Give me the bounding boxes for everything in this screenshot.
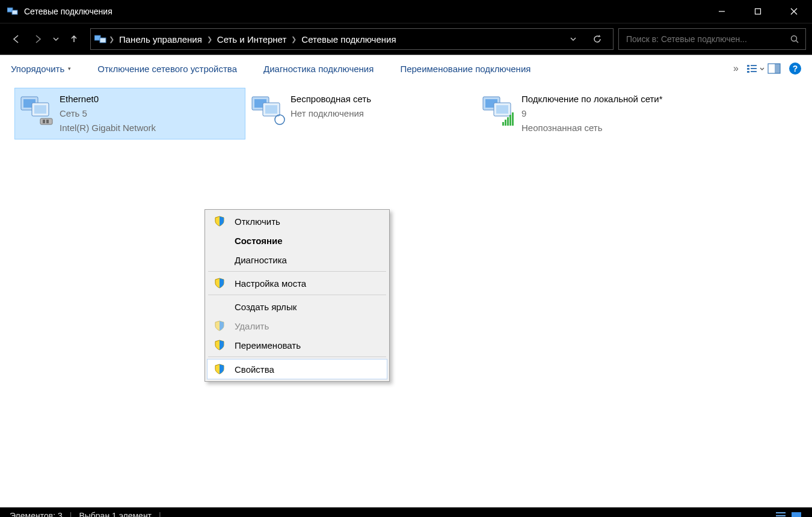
- back-button[interactable]: [6, 29, 26, 49]
- address-bar[interactable]: ❯ Панель управления ❯ Сеть и Интернет ❯ …: [90, 28, 614, 50]
- ctx-properties[interactable]: Свойства: [207, 359, 387, 379]
- separator: [208, 295, 386, 295]
- svg-rect-12: [747, 71, 749, 73]
- svg-rect-34: [502, 122, 504, 126]
- ctx-delete: Удалить: [207, 316, 387, 335]
- command-bar: Упорядочить▾ Отключение сетевого устройс…: [0, 55, 812, 82]
- shield-icon: [213, 320, 226, 332]
- recent-locations-button[interactable]: [49, 29, 63, 49]
- svg-rect-21: [34, 105, 46, 114]
- item-status: 9: [521, 106, 663, 121]
- items-count: Элементов: 3: [10, 511, 63, 517]
- svg-line-9: [796, 40, 799, 43]
- ctx-status[interactable]: Состояние: [207, 231, 387, 250]
- breadcrumb-item[interactable]: Сетевые подключения: [298, 34, 399, 44]
- network-item-ethernet0[interactable]: Ethernet0 Сеть 5 Intel(R) Gigabit Networ…: [14, 88, 245, 139]
- chevron-right-icon: ❯: [290, 35, 298, 43]
- shield-icon: [213, 215, 226, 227]
- rename-connection-button[interactable]: Переименование подключения: [400, 64, 531, 74]
- search-box[interactable]: [618, 28, 806, 50]
- svg-rect-17: [775, 64, 780, 73]
- network-item-wireless[interactable]: Беспроводная сеть Нет подключения: [245, 88, 476, 139]
- ctx-rename[interactable]: Переименовать: [207, 335, 387, 355]
- svg-point-8: [792, 35, 797, 41]
- svg-rect-3: [755, 9, 761, 14]
- network-adapter-icon: [19, 92, 57, 127]
- large-icons-view-button[interactable]: [790, 511, 802, 517]
- ctx-bridge[interactable]: Настройка моста: [207, 274, 387, 293]
- separator: [208, 356, 386, 357]
- content-area: Ethernet0 Сеть 5 Intel(R) Gigabit Networ…: [0, 82, 812, 507]
- item-name: Беспроводная сеть: [291, 92, 371, 106]
- up-button[interactable]: [64, 29, 84, 49]
- details-view-button[interactable]: [775, 511, 787, 517]
- svg-rect-1: [12, 10, 17, 14]
- network-adapter-icon: [250, 92, 288, 127]
- svg-rect-10: [747, 65, 749, 67]
- svg-rect-38: [512, 112, 514, 126]
- folder-icon: [94, 34, 108, 44]
- refresh-button[interactable]: [585, 34, 609, 44]
- svg-rect-11: [747, 68, 749, 70]
- svg-rect-42: [792, 512, 801, 517]
- titlebar: Сетевые подключения: [0, 0, 812, 23]
- minimize-button[interactable]: [704, 0, 740, 23]
- search-input[interactable]: [625, 34, 790, 44]
- chevron-right-icon: ❯: [206, 35, 214, 43]
- help-button[interactable]: ?: [789, 63, 801, 75]
- preview-pane-button[interactable]: [767, 63, 781, 74]
- navigation-bar: ❯ Панель управления ❯ Сеть и Интернет ❯ …: [0, 23, 812, 55]
- organize-button[interactable]: Упорядочить▾: [11, 64, 71, 74]
- separator: |: [70, 511, 72, 517]
- address-dropdown[interactable]: [564, 35, 583, 43]
- svg-rect-36: [507, 117, 509, 126]
- item-device: Неопознанная сеть: [521, 121, 663, 135]
- svg-rect-23: [43, 120, 45, 123]
- maximize-button[interactable]: [740, 0, 776, 23]
- diagnose-button[interactable]: Диагностика подключения: [263, 64, 374, 74]
- svg-rect-37: [509, 115, 511, 126]
- overflow-button[interactable]: »: [733, 63, 739, 74]
- svg-rect-7: [100, 38, 106, 43]
- breadcrumb-item[interactable]: Панель управления: [115, 34, 206, 44]
- svg-rect-28: [265, 105, 277, 114]
- ctx-disable[interactable]: Отключить: [207, 212, 387, 231]
- network-adapter-icon: [481, 92, 519, 127]
- forward-button[interactable]: [28, 29, 48, 49]
- svg-point-29: [275, 115, 285, 124]
- disable-device-button[interactable]: Отключение сетевого устройства: [97, 64, 237, 74]
- item-name: Ethernet0: [60, 92, 156, 106]
- breadcrumb-item[interactable]: Сеть и Интернет: [214, 34, 291, 44]
- status-bar: Элементов: 3 | Выбран 1 элемент |: [0, 507, 812, 517]
- item-status: Сеть 5: [60, 106, 156, 121]
- selection-count: Выбран 1 элемент: [79, 511, 152, 517]
- view-options-button[interactable]: [747, 64, 759, 73]
- network-item-local[interactable]: Подключение по локальной сети* 9 Неопозн…: [476, 88, 707, 139]
- svg-rect-33: [496, 105, 508, 114]
- item-name: Подключение по локальной сети*: [521, 92, 663, 106]
- search-icon: [790, 35, 799, 44]
- app-icon: [7, 7, 18, 16]
- ctx-diagnostics[interactable]: Диагностика: [207, 250, 387, 269]
- shield-icon: [213, 363, 226, 375]
- chevron-right-icon: ❯: [108, 35, 115, 43]
- shield-icon: [213, 277, 226, 289]
- chevron-down-icon: ▾: [68, 66, 71, 72]
- close-button[interactable]: [776, 0, 812, 23]
- item-status: Нет подключения: [291, 106, 371, 121]
- svg-rect-24: [46, 120, 49, 123]
- item-device: Intel(R) Gigabit Network: [60, 121, 156, 135]
- shield-icon: [213, 339, 226, 351]
- separator: [208, 271, 386, 272]
- ctx-shortcut[interactable]: Создать ярлык: [207, 297, 387, 316]
- svg-rect-35: [505, 120, 506, 126]
- context-menu: Отключить Состояние Диагностика Настройк…: [205, 209, 390, 382]
- separator: |: [159, 511, 161, 517]
- window-title: Сетевые подключения: [24, 7, 112, 16]
